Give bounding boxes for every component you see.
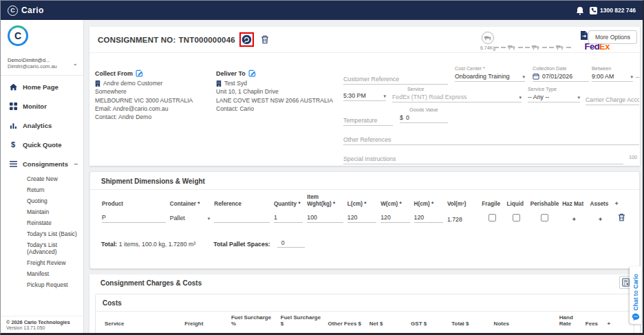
edit-deliver-icon[interactable] — [248, 69, 256, 77]
user-account-menu[interactable]: Demo\Dimitri@d... Dimitri@cario.com.au ⌄ — [8, 57, 78, 69]
liquid-checkbox[interactable] — [513, 214, 520, 221]
product-input[interactable]: P — [102, 214, 166, 223]
menu-list-icon — [8, 161, 18, 167]
sidebar-subitem-pickup-request[interactable]: Pickup Request — [1, 279, 83, 290]
customer-reference-input[interactable] — [343, 75, 448, 85]
support-phone[interactable]: 1300 822 746 — [590, 7, 636, 14]
brand-logo-icon: C — [8, 6, 18, 16]
sidebar-subitem-todays-list-advanced[interactable]: Today's List (Advanced) — [1, 239, 83, 257]
goods-value: 0 — [406, 114, 409, 121]
add-haz-mat-button[interactable]: + — [560, 209, 588, 224]
time-to-select[interactable]: 5:30 PM▾ — [343, 92, 386, 101]
item-weight-input[interactable]: 100 — [307, 214, 343, 223]
cost-fuel-pct[interactable]: 12.62 — [229, 329, 279, 333]
truck-icon — [508, 45, 516, 50]
pallet-spaces-input[interactable]: 0 — [277, 239, 305, 248]
highlight-annotation-box — [239, 32, 254, 47]
collect-name: Andre demo Customer — [103, 79, 162, 87]
sidebar-item-home-page[interactable]: Home Page — [1, 77, 83, 96]
width-input[interactable]: 120 — [380, 214, 409, 223]
phone-icon — [590, 7, 597, 14]
monitor-icon — [8, 102, 18, 110]
edit-collect-icon[interactable] — [136, 69, 143, 77]
goods-value-field[interactable]: $ 0 — [400, 114, 448, 123]
other-references-input[interactable] — [343, 136, 639, 145]
col-perishable: Perishable — [528, 191, 560, 209]
delete-consignment-icon[interactable] — [261, 35, 269, 44]
sidebar-subitem-return[interactable]: Return — [1, 184, 83, 195]
user-email: Dimitri@cario.com.au — [8, 63, 69, 69]
cost-freight[interactable]: 190.00 — [182, 329, 229, 333]
chat-bubble-icon — [632, 313, 640, 321]
service-select[interactable]: FedEx (TNT) Road Express▾ — [392, 94, 522, 102]
sidebar-item-quick-quote[interactable]: $ Quick Quote — [1, 135, 83, 154]
collect-from-heading: Collect From — [95, 70, 133, 77]
col-hand-rate: Hand Rate — [557, 312, 583, 329]
consignment-header: CONSIGNMENT NO: TNT000000046 6.74Kg — [89, 27, 640, 53]
cost-center-select[interactable]: Onboarding Training▾ — [455, 73, 525, 82]
brand-logo[interactable]: C Cario — [8, 6, 44, 16]
total-label: Total: — [101, 241, 117, 248]
dropdown-arrow-icon: ▾ — [630, 74, 633, 80]
notifications-bell-icon[interactable] — [576, 6, 584, 15]
sidebar-item-label: Consignments — [23, 160, 68, 168]
length-input[interactable]: 120 — [347, 214, 376, 223]
cost-fuel-usd[interactable]: 23.97 — [279, 329, 326, 333]
sidebar-subitem-quoting[interactable]: Quoting — [1, 195, 83, 206]
height-input[interactable]: 120 — [414, 214, 443, 223]
quantity-input[interactable]: 1 — [274, 214, 303, 223]
sidebar-item-monitor[interactable]: Monitor — [1, 96, 83, 116]
reference-input[interactable] — [214, 215, 270, 223]
collect-line: Email: Andre@cario.com.au — [95, 105, 212, 113]
add-cost-button[interactable]: + — [605, 312, 623, 329]
temperature-input[interactable] — [343, 116, 393, 126]
sync-icon[interactable] — [242, 34, 252, 45]
sidebar-item-consignments[interactable]: Consignments – — [1, 154, 83, 173]
dropdown-arrow-icon: ▾ — [383, 93, 386, 99]
sidebar-subitem-manifest[interactable]: Manifest — [1, 268, 83, 279]
cost-other[interactable]: 0 — [326, 329, 367, 333]
chat-to-cario-tab[interactable]: Chat to Cario — [630, 266, 641, 324]
col-width: W(cm) * — [378, 191, 411, 209]
sidebar-subitem-reinstate[interactable]: Reinstate — [1, 217, 83, 228]
add-item-button[interactable]: + — [613, 191, 631, 209]
consignment-card: CONSIGNMENT NO: TNT000000046 6.74Kg — [89, 27, 640, 166]
deliver-line: Contact: Cario — [216, 105, 333, 113]
fragile-checkbox[interactable] — [489, 214, 496, 221]
sidebar-item-label: Monitor — [23, 102, 47, 110]
sidebar-footer: © 2026 Cario Technologies Version 13.71.… — [1, 316, 83, 330]
sidebar-subitem-todays-list-basic[interactable]: Today's List (Basic) — [1, 228, 83, 239]
delete-row-icon[interactable] — [618, 213, 625, 221]
brand-name: Cario — [21, 6, 44, 15]
carrier-charge-account-input[interactable] — [586, 96, 639, 105]
dropdown-arrow-icon: ▾ — [208, 215, 211, 221]
sidebar-subitem-maintain[interactable]: Maintain — [1, 206, 83, 217]
add-assets-button[interactable]: + — [588, 209, 613, 224]
time-range-dash: – — [636, 74, 639, 80]
more-options-button[interactable]: More Options — [588, 30, 637, 44]
collapse-minus-icon[interactable]: – — [74, 160, 78, 168]
service-type-select[interactable]: -- Any --▾ — [528, 94, 580, 102]
document-export-icon[interactable] — [579, 30, 589, 41]
sidebar-item-analytics[interactable]: Analytics — [1, 116, 83, 135]
collect-line: Somewhere — [95, 87, 212, 96]
sidebar-subitem-create-new[interactable]: Create New — [1, 173, 83, 184]
service-label: Service — [392, 86, 522, 92]
perishable-checkbox[interactable] — [541, 214, 548, 221]
collect-from-block: Collect From Andre demo Customer Somewhe… — [95, 69, 212, 121]
collection-date-picker[interactable]: 07/01/2026 — [533, 73, 589, 82]
costs-title: Costs — [96, 294, 634, 311]
cost-notes[interactable] — [492, 329, 557, 333]
col-item-weight: Item Wght(kg) * — [305, 191, 345, 209]
dropdown-arrow-icon: ▾ — [522, 74, 525, 80]
truck-icon — [556, 45, 564, 50]
container-select[interactable]: Pallet▾ — [170, 215, 211, 223]
sidebar-subitem-freight-review[interactable]: Freight Review — [1, 257, 83, 268]
deliver-to-heading: Deliver To — [216, 70, 246, 77]
col-liquid: Liquid — [505, 191, 528, 209]
collect-line: Contact: Andre Demo — [95, 113, 212, 121]
deliver-line: LANE COVE WEST NSW 2066 AUSTRALIA — [216, 96, 333, 105]
chevron-down-icon[interactable]: ⌄ — [72, 60, 78, 67]
between-time-select[interactable]: 9:00 AM▾ — [592, 73, 633, 82]
special-instructions-input[interactable] — [343, 155, 623, 164]
